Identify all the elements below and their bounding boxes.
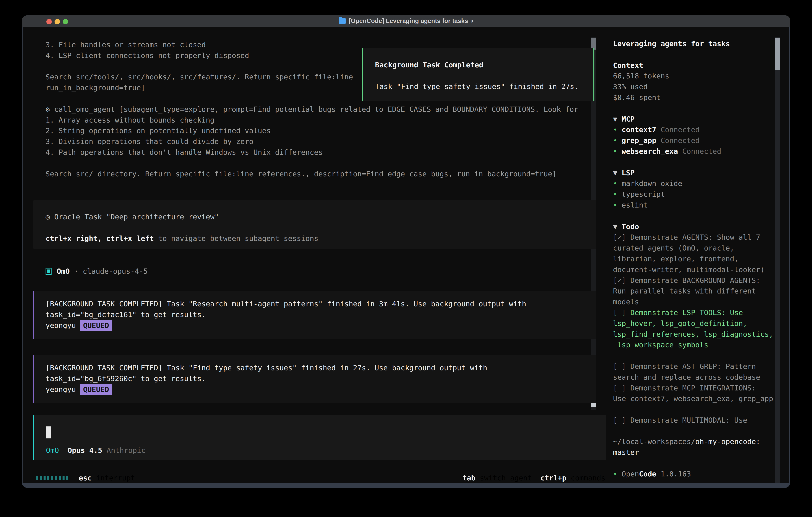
input-model-provider: Anthropic bbox=[107, 446, 145, 455]
bullet-icon: • bbox=[613, 201, 621, 209]
task-meta: yeongyuQUEUED bbox=[46, 384, 597, 395]
tool-call-line: ⚙ call_omo_agent [subagent_type=explore,… bbox=[46, 104, 599, 115]
notification-title: Background Task Completed bbox=[375, 60, 593, 71]
workspace-path: ~/local-workspaces/oh-my-opencode: bbox=[613, 436, 775, 447]
gear-icon: ⚙ bbox=[46, 105, 50, 113]
task-text-line2: task_id="bg_dcfac161" to get results. bbox=[46, 309, 597, 320]
oracle-hint: ctrl+x right, ctrl+x left to navigate be… bbox=[46, 233, 597, 244]
window-title: [OpenCode] Leveraging agents for tasks ◑ bbox=[349, 18, 473, 25]
agent-model: claude-opus-4-5 bbox=[83, 267, 148, 275]
sidebar-scrollbar-thumb[interactable] bbox=[775, 38, 780, 71]
task-text-line1: [BACKGROUND TASK COMPLETED] Task "Resear… bbox=[46, 298, 597, 309]
lsp-item: • typescript bbox=[613, 189, 775, 200]
folder-icon bbox=[339, 18, 346, 24]
todo-item: [✓] Demonstrate BACKGROUND AGENTS: Run p… bbox=[613, 275, 775, 307]
screen: [OpenCode] Leveraging agents for tasks ◑… bbox=[0, 0, 812, 517]
mcp-section-header[interactable]: ▼ MCP bbox=[613, 114, 775, 125]
agent-icon bbox=[46, 268, 52, 275]
lsp-item: • eslint bbox=[613, 200, 775, 211]
chevron-down-icon: ▼ bbox=[613, 222, 621, 231]
mcp-item: • context7 Connected bbox=[613, 124, 775, 135]
oracle-hint-keys: ctrl+x right, ctrl+x left bbox=[46, 234, 154, 243]
titlebar[interactable]: [OpenCode] Leveraging agents for tasks ◑ bbox=[22, 16, 790, 27]
context-header: Context bbox=[613, 60, 775, 71]
task-user: yeongyu bbox=[46, 321, 76, 329]
todo-item: [ ] Demonstrate AST-GREP: Pattern search… bbox=[613, 361, 775, 383]
context-spent: $0.46 spent bbox=[613, 92, 775, 103]
task-text-line1: [BACKGROUND TASK COMPLETED] Task "Find t… bbox=[46, 362, 597, 373]
mcp-item: • grep_app Connected bbox=[613, 135, 775, 146]
session-sidebar: Leveraging agents for tasks Context 66,5… bbox=[613, 38, 775, 480]
minimize-button[interactable] bbox=[55, 19, 60, 24]
tool-call-tail: Search src/ directory. Return specific f… bbox=[46, 168, 599, 179]
spinner-dots-icon bbox=[36, 476, 68, 480]
status-key-tab: tab bbox=[463, 474, 475, 482]
traffic-lights bbox=[46, 19, 68, 24]
oracle-task-title: ◎ Oracle Task "Deep architecture review" bbox=[46, 212, 597, 222]
status-label-commands: commands bbox=[571, 474, 605, 482]
bullet-icon: • bbox=[613, 179, 621, 188]
input-model-name: Opus 4.5 bbox=[67, 446, 102, 455]
status-bar: esc interrupt tab switch agent ctrl+p co… bbox=[36, 472, 605, 483]
workspace-branch: master bbox=[613, 447, 775, 458]
tool-call-item: 3. Division operations that could divide… bbox=[46, 136, 599, 147]
task-meta: yeongyuQUEUED bbox=[46, 320, 597, 331]
status-badge: QUEUED bbox=[80, 320, 112, 331]
notification-body: Task "Find type safety issues" finished … bbox=[375, 81, 593, 92]
todo-item: [✓] Demonstrate AGENTS: Show all 7 curat… bbox=[613, 232, 775, 275]
zoom-button[interactable] bbox=[63, 19, 68, 24]
text-cursor bbox=[46, 427, 51, 438]
status-key-esc: esc bbox=[79, 474, 92, 482]
dot-separator: · bbox=[74, 267, 79, 275]
oracle-icon: ◎ bbox=[46, 213, 50, 221]
status-key-ctrlp: ctrl+p bbox=[541, 474, 567, 482]
prompt-input[interactable]: OmO Opus 4.5 Anthropic bbox=[33, 415, 606, 460]
sidebar-scrollbar-track[interactable] bbox=[775, 37, 780, 483]
status-badge: QUEUED bbox=[80, 384, 112, 395]
todo-item: [ ] Demonstrate MULTIMODAL: Use bbox=[613, 415, 775, 426]
todo-section-header[interactable]: ▼ Todo bbox=[613, 221, 775, 232]
context-used: 33% used bbox=[613, 81, 775, 92]
task-text-line2: task_id="bg_6f59260c" to get results. bbox=[46, 373, 597, 384]
tool-call-text: call_omo_agent [subagent_type=explore, p… bbox=[54, 105, 578, 113]
lsp-item: • markdown-oxide bbox=[613, 178, 775, 189]
agent-header: OmO · claude-opus-4-5 bbox=[46, 266, 148, 277]
main-scrollbar-thumb-top[interactable] bbox=[590, 38, 596, 50]
task-user: yeongyu bbox=[46, 385, 76, 393]
status-label-interrupt: interrupt bbox=[96, 474, 135, 482]
bullet-icon: • bbox=[613, 126, 621, 134]
tool-call-item: 4. Path operations that don't handle Win… bbox=[46, 147, 599, 158]
context-tokens: 66,518 tokens bbox=[613, 71, 775, 81]
oracle-task-panel: ◎ Oracle Task "Deep architecture review"… bbox=[33, 200, 597, 249]
session-title: Leveraging agents for tasks bbox=[613, 38, 775, 49]
chevron-down-icon: ▼ bbox=[613, 169, 621, 177]
background-task-notification: Background Task Completed Task "Find typ… bbox=[362, 48, 594, 101]
bullet-icon: • bbox=[613, 136, 621, 144]
tool-call-item: 2. String operations on potentially unde… bbox=[46, 125, 599, 136]
opencode-version: • OpenCode 1.0.163 bbox=[613, 469, 775, 480]
lsp-section-header[interactable]: ▼ LSP bbox=[613, 167, 775, 178]
background-task-block: [BACKGROUND TASK COMPLETED] Task "Resear… bbox=[33, 291, 597, 339]
chevron-down-icon: ▼ bbox=[613, 115, 621, 123]
opencode-window: [OpenCode] Leveraging agents for tasks ◑… bbox=[22, 16, 790, 488]
todo-item: [ ] Demonstrate MCP INTEGRATIONS: Use co… bbox=[613, 383, 775, 404]
bullet-icon: • bbox=[613, 470, 621, 478]
background-task-block: [BACKGROUND TASK COMPLETED] Task "Find t… bbox=[33, 355, 597, 403]
status-label-switch-agent: switch agent bbox=[480, 474, 532, 482]
model-info-line: OmO Opus 4.5 Anthropic bbox=[46, 445, 146, 456]
bullet-icon: • bbox=[613, 190, 621, 198]
bullet-icon: • bbox=[613, 147, 621, 155]
terminal-content: 3. File handles or streams not closed 4.… bbox=[23, 27, 789, 483]
input-agent-name: OmO bbox=[46, 446, 59, 455]
oracle-hint-rest: to navigate between subagent sessions bbox=[154, 234, 318, 243]
close-button[interactable] bbox=[46, 19, 52, 24]
mcp-item: • websearch_exa Connected bbox=[613, 146, 775, 157]
tool-call-item: 1. Array access without bounds checking bbox=[46, 115, 599, 126]
todo-item: [ ] Demonstrate LSP TOOLS: Use lsp_hover… bbox=[613, 307, 775, 350]
agent-name: OmO bbox=[57, 267, 70, 275]
